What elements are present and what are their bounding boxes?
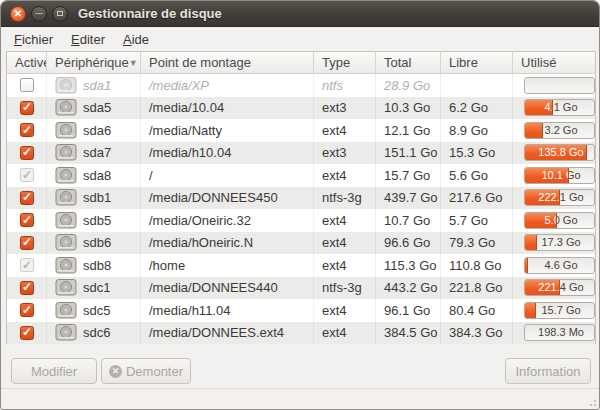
active-checkbox[interactable] xyxy=(20,78,34,92)
column-header-free[interactable]: Libre xyxy=(441,52,513,73)
active-checkbox[interactable] xyxy=(20,281,34,295)
mount-cell: /media/hOneiric.N xyxy=(141,232,314,255)
menubar: FichierEditerAide xyxy=(1,28,599,51)
table-row[interactable]: sda1 /media/XP ntfs 28.9 Go xyxy=(7,74,595,97)
unmount-icon: ✕ xyxy=(109,365,122,378)
table-row[interactable]: sda6 /media/Natty ext4 12.1 Go 8.9 Go 3.… xyxy=(7,119,595,142)
device-cell: sdc5 xyxy=(47,299,141,322)
titlebar[interactable]: ✕ ─ Gestionnaire de disque xyxy=(1,1,599,27)
active-checkbox[interactable] xyxy=(20,326,34,340)
menu-aide[interactable]: Aide xyxy=(114,29,158,50)
device-cell: sda1 xyxy=(47,74,141,97)
column-header-active[interactable]: Active xyxy=(7,52,47,73)
table-row[interactable]: sdc5 /media/h11.04 ext4 96.1 Go 80.4 Go … xyxy=(7,299,595,322)
mount-cell: /media/h11.04 xyxy=(141,299,314,322)
active-checkbox[interactable] xyxy=(20,213,34,227)
used-value-light: 221.4 Go xyxy=(525,280,560,295)
free-cell: 5.7 Go xyxy=(441,209,513,232)
mount-cell: /media/Oneiric.32 xyxy=(141,209,314,232)
table-row[interactable]: sdb1 /media/DONNEES450 ntfs-3g 439.7 Go … xyxy=(7,187,595,210)
minimize-icon[interactable]: ─ xyxy=(31,6,47,22)
used-progress-bar: 221.4 Go 221.4 Go xyxy=(524,279,595,296)
device-label: sda8 xyxy=(83,168,111,183)
active-checkbox[interactable] xyxy=(20,191,34,205)
menu-editer[interactable]: Editer xyxy=(62,29,114,50)
table-row[interactable]: sda5 /media/10.04 ext3 10.3 Go 6.2 Go 4.… xyxy=(7,97,595,120)
mount-cell: /media/DONNEES450 xyxy=(141,187,314,210)
active-cell xyxy=(7,232,47,255)
active-cell xyxy=(7,254,47,277)
resize-grip-icon[interactable] xyxy=(585,395,597,407)
type-cell: ext4 xyxy=(314,322,376,345)
hard-disk-icon xyxy=(55,77,77,94)
used-value-light: 135.8 Go xyxy=(525,145,587,160)
used-progress-bar: 10.1 Go 10.1 Go xyxy=(524,167,595,184)
active-cell xyxy=(7,187,47,210)
device-label: sda5 xyxy=(83,100,111,115)
free-cell: 79.3 Go xyxy=(441,232,513,255)
hard-disk-icon xyxy=(55,279,77,296)
active-checkbox[interactable] xyxy=(20,146,34,160)
total-cell: 384.5 Go xyxy=(376,322,441,345)
column-header-device[interactable]: Périphérique ▼ xyxy=(47,52,141,73)
close-icon[interactable]: ✕ xyxy=(10,6,26,22)
active-checkbox[interactable] xyxy=(20,123,34,137)
hard-disk-icon xyxy=(55,99,77,116)
used-progress-fill: 15.7 Go xyxy=(525,303,536,318)
used-progress-fill: 4.6 Go xyxy=(525,258,528,273)
used-value-light: 4.6 Go xyxy=(525,258,528,273)
hard-disk-icon xyxy=(55,212,77,229)
used-progress-bar xyxy=(524,77,595,94)
device-label: sda6 xyxy=(83,123,111,138)
used-cell: 10.1 Go 10.1 Go xyxy=(513,164,595,187)
type-cell: ntfs-3g xyxy=(314,187,376,210)
hard-disk-icon xyxy=(55,257,77,274)
used-progress-fill: 222.1 Go xyxy=(525,190,560,205)
column-header-total[interactable]: Total xyxy=(376,52,441,73)
hard-disk-icon xyxy=(55,189,77,206)
device-label: sda7 xyxy=(83,145,111,160)
information-button[interactable]: Information xyxy=(505,358,591,384)
used-value-light: 15.7 Go xyxy=(525,303,536,318)
mount-cell: /media/XP xyxy=(141,74,314,97)
active-checkbox[interactable] xyxy=(20,168,34,182)
column-header-type[interactable]: Type xyxy=(314,52,376,73)
type-cell: ext4 xyxy=(314,254,376,277)
active-cell xyxy=(7,322,47,345)
table-row[interactable]: sda7 /media/h10.04 ext3 151.1 Go 15.3 Go… xyxy=(7,142,595,165)
device-cell: sdc6 xyxy=(47,322,141,345)
used-progress-fill: 135.8 Go xyxy=(525,145,587,160)
table-row[interactable]: sdc6 /media/DONNEES.ext4 ext4 384.5 Go 3… xyxy=(7,322,595,345)
device-label: sdb6 xyxy=(83,235,111,250)
device-label: sdc1 xyxy=(83,280,110,295)
table-row[interactable]: sdc1 /media/DONNEES440 ntfs-3g 443.2 Go … xyxy=(7,277,595,300)
free-cell: 217.6 Go xyxy=(441,187,513,210)
maximize-icon[interactable] xyxy=(52,6,68,22)
unmount-button[interactable]: ✕ Demonter xyxy=(101,358,191,384)
active-checkbox[interactable] xyxy=(20,236,34,250)
device-label: sdc6 xyxy=(83,325,110,340)
used-value-light: 17.3 Go xyxy=(525,235,537,250)
used-progress-bar: 5.0 Go 5.0 Go xyxy=(524,212,595,229)
table-row[interactable]: sdb6 /media/hOneiric.N ext4 96.6 Go 79.3… xyxy=(7,232,595,255)
column-header-used[interactable]: Utilisé xyxy=(513,52,595,73)
used-value-light: 3.2 Go xyxy=(525,123,543,138)
used-progress-fill: 221.4 Go xyxy=(525,280,560,295)
active-checkbox[interactable] xyxy=(20,258,34,272)
total-cell: 96.1 Go xyxy=(376,299,441,322)
active-checkbox[interactable] xyxy=(20,303,34,317)
column-header-mountpoint[interactable]: Point de montage xyxy=(141,52,314,73)
free-cell: 110.8 Go xyxy=(441,254,513,277)
menu-fichier[interactable]: Fichier xyxy=(5,29,62,50)
free-cell: 384.3 Go xyxy=(441,322,513,345)
mount-cell: /home xyxy=(141,254,314,277)
table-row[interactable]: sda8 / ext4 15.7 Go 5.6 Go 10.1 Go 10.1 … xyxy=(7,164,595,187)
edit-button[interactable]: Modifier xyxy=(11,358,97,384)
device-label: sdb8 xyxy=(83,258,111,273)
active-checkbox[interactable] xyxy=(20,101,34,115)
active-cell xyxy=(7,277,47,300)
mount-cell: /media/DONNEES440 xyxy=(141,277,314,300)
table-row[interactable]: sdb5 /media/Oneiric.32 ext4 10.7 Go 5.7 … xyxy=(7,209,595,232)
used-value-dark: 4.6 Go xyxy=(525,258,595,273)
table-row[interactable]: sdb8 /home ext4 115.3 Go 110.8 Go 4.6 Go… xyxy=(7,254,595,277)
